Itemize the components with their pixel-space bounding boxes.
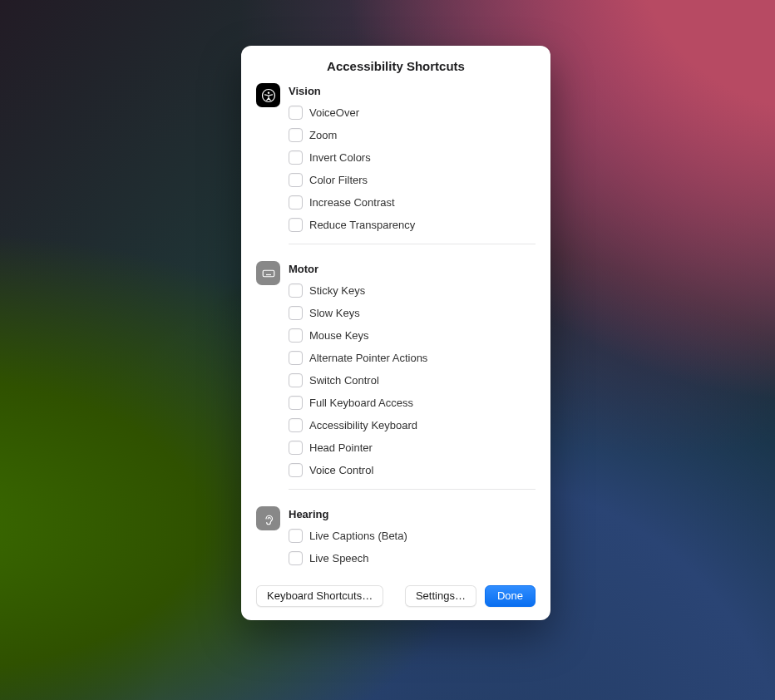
window-title: Accessibility Shortcuts [256,59,536,73]
checkbox[interactable] [289,373,303,387]
item-color-filters[interactable]: Color Filters [289,170,536,192]
checkbox[interactable] [289,218,303,232]
divider [289,489,536,490]
item-label: Live Captions (Beta) [309,530,407,541]
item-sticky-keys[interactable]: Sticky Keys [289,280,536,303]
item-alternate-pointer-actions[interactable]: Alternate Pointer Actions [289,348,536,370]
checkbox[interactable] [289,351,303,365]
section-heading: Vision [289,85,536,97]
item-label: Color Filters [309,175,368,185]
item-accessibility-keyboard[interactable]: Accessibility Keyboard [289,415,536,437]
item-live-captions[interactable]: Live Captions (Beta) [289,525,536,548]
checkbox[interactable] [289,173,303,187]
item-label: Zoom [309,130,337,140]
item-label: Mouse Keys [309,330,369,341]
checkbox[interactable] [289,128,303,142]
section-heading: Hearing [289,508,536,520]
item-invert-colors[interactable]: Invert Colors [289,147,536,170]
checkbox[interactable] [289,106,303,120]
checkbox[interactable] [289,418,303,432]
item-label: Reduce Transparency [309,219,415,230]
item-label: Switch Control [309,375,379,386]
item-live-speech[interactable]: Live Speech [289,548,536,570]
section-hearing: Hearing Live Captions (Beta) Live Speech [256,508,536,570]
item-label: Live Speech [309,553,369,564]
checkbox[interactable] [289,150,303,165]
accessibility-icon [256,83,280,107]
item-label: Head Pointer [309,442,373,453]
svg-point-1 [267,91,269,93]
button-row: Keyboard Shortcuts… Settings… Done [256,585,536,607]
item-voiceover[interactable]: VoiceOver [289,102,536,125]
ear-icon [256,506,280,530]
item-zoom[interactable]: Zoom [289,125,536,147]
keyboard-shortcuts-button[interactable]: Keyboard Shortcuts… [256,585,383,607]
item-label: Sticky Keys [309,285,365,296]
section-motor: Motor Sticky Keys Slow Keys Mouse Keys A… [256,263,536,500]
divider [289,244,536,244]
section-vision: Vision VoiceOver Zoom Invert Colors Colo… [256,85,536,254]
svg-rect-2 [263,270,274,277]
item-reduce-transparency[interactable]: Reduce Transparency [289,214,536,237]
item-increase-contrast[interactable]: Increase Contrast [289,192,536,214]
item-head-pointer[interactable]: Head Pointer [289,437,536,460]
item-label: VoiceOver [309,107,359,118]
item-label: Voice Control [309,465,373,476]
item-switch-control[interactable]: Switch Control [289,370,536,392]
section-heading: Motor [289,263,536,275]
checkbox[interactable] [289,195,303,210]
checkbox[interactable] [289,441,303,455]
keyboard-icon [256,261,280,285]
done-button[interactable]: Done [485,585,536,607]
checkbox[interactable] [289,306,303,320]
item-slow-keys[interactable]: Slow Keys [289,303,536,325]
checkbox[interactable] [289,463,303,477]
accessibility-shortcuts-window: Accessibility Shortcuts Vision VoiceOver… [241,46,550,620]
item-label: Accessibility Keyboard [309,420,417,431]
item-full-keyboard-access[interactable]: Full Keyboard Access [289,392,536,415]
item-label: Invert Colors [309,152,371,163]
checkbox[interactable] [289,283,303,298]
checkbox[interactable] [289,328,303,343]
item-voice-control[interactable]: Voice Control [289,460,536,482]
item-mouse-keys[interactable]: Mouse Keys [289,325,536,348]
item-label: Alternate Pointer Actions [309,352,427,363]
item-label: Slow Keys [309,308,360,318]
checkbox[interactable] [289,396,303,410]
item-label: Full Keyboard Access [309,397,413,408]
checkbox[interactable] [289,529,303,543]
settings-button[interactable]: Settings… [405,585,476,607]
item-label: Increase Contrast [309,197,395,208]
checkbox[interactable] [289,551,303,565]
